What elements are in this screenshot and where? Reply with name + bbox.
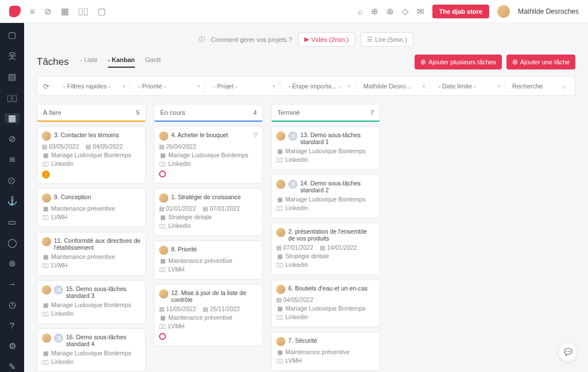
- search-icon[interactable]: ⌕: [358, 6, 363, 16]
- sidebar-briefcase-icon[interactable]: ⌷⌷: [5, 92, 20, 103]
- card-title: 15. Demo sous-tâches standard 3: [66, 285, 141, 299]
- task-card[interactable]: ⇶14. Demo sous-tâches standard 2▦ Mariag…: [271, 175, 380, 218]
- building-icon: ⌷⌷: [159, 266, 166, 273]
- search-input[interactable]: [512, 83, 558, 90]
- sidebar-arrow-icon[interactable]: →: [5, 279, 20, 289]
- task-card[interactable]: 9. Conception▦ Maintenance préventive⌷⌷ …: [37, 188, 146, 227]
- sidebar-clock-icon[interactable]: ◷: [5, 300, 20, 310]
- task-card[interactable]: ⇶16. Demo sous-tâches standard 4▦ Mariag…: [37, 328, 146, 372]
- sidebar-grid-icon[interactable]: ▦: [5, 113, 20, 123]
- grid-icon[interactable]: ▦: [61, 6, 69, 17]
- card-dates: ▤ 11/05/2022▤ 25/11/2022: [159, 305, 258, 312]
- refresh-icon[interactable]: ⟳: [43, 82, 49, 91]
- video-button[interactable]: ▶ Vidéo (2min.): [298, 32, 355, 46]
- card-title: 9. Conception: [54, 193, 141, 200]
- sidebar-cart-icon[interactable]: ⛒: [5, 175, 20, 185]
- task-card[interactable]: ⇶15. Demo sous-tâches standard 3▦ Mariag…: [37, 280, 146, 324]
- avatar[interactable]: [497, 5, 510, 18]
- tab-gantt[interactable]: Gantt: [145, 56, 161, 68]
- card-client: ⌷⌷ Linkedin: [42, 310, 141, 317]
- monitor-icon[interactable]: ▢: [98, 6, 106, 17]
- add-many-button[interactable]: Ajouter plusieurs tâches: [415, 55, 501, 69]
- grid-icon: ▦: [276, 305, 283, 312]
- task-card[interactable]: 2. présentation de l'ensemble de vos pro…: [271, 223, 380, 275]
- building-icon: ⌷⌷: [42, 262, 49, 269]
- app-logo[interactable]: [9, 6, 21, 17]
- building-icon: ⌷⌷: [276, 314, 283, 320]
- filter-project[interactable]: - Projet -▾: [208, 80, 280, 92]
- grid-icon: ▦: [159, 258, 166, 264]
- chat-fab[interactable]: 💬: [558, 342, 578, 362]
- filter-step[interactable]: - Étape importa... -▾: [284, 80, 355, 92]
- card-title: 14. Demo sous-tâches standard 2: [300, 180, 375, 193]
- menu-icon[interactable]: ≡: [30, 6, 35, 16]
- grid-icon: ▦: [276, 148, 283, 154]
- sidebar-calendar-icon[interactable]: ▤: [5, 72, 20, 82]
- head-actions: Ajouter plusieurs tâches Ajouter une tâc…: [415, 55, 575, 69]
- priority-badge: [159, 333, 166, 340]
- sidebar-target-icon[interactable]: ⊛: [5, 258, 20, 269]
- card-client: ⌷⌷ Linkedin: [276, 261, 375, 268]
- card-title: 2. présentation de l'ensemble de vos pro…: [288, 228, 375, 242]
- card-client: ⌷⌷ Linkedin: [276, 313, 375, 320]
- filter-user[interactable]: Mathilde Desro...▾: [359, 80, 431, 92]
- card-project: ▦ Mariage Ludovique Bontemps: [42, 350, 141, 356]
- grid-icon: ▦: [276, 253, 283, 259]
- add-icon[interactable]: ⊕: [371, 6, 378, 17]
- sidebar-chat-icon[interactable]: ◯: [5, 238, 20, 248]
- sidebar-check-icon[interactable]: ⊘: [5, 134, 20, 144]
- sidebar-anchor-icon[interactable]: ⚓: [5, 196, 20, 206]
- card-project: ▦ Stratégie diritale: [159, 214, 258, 220]
- task-card[interactable]: 12. Mise à jour de la liste de contrôle▤…: [154, 284, 263, 346]
- help-info-icon: ⓘ: [199, 35, 205, 44]
- sidebar-monitor-icon[interactable]: ▢: [5, 30, 20, 40]
- sidebar-people-icon[interactable]: 웃: [5, 51, 20, 61]
- sidebar: ▢ 웃 ▤ ⌷⌷ ▦ ⊘ ≋ ⛒ ⚓ ▭ ◯ ⊛ → ◷ ? ⚙ ✎: [0, 23, 24, 372]
- filter-priority[interactable]: - Priorité -▾: [134, 80, 206, 92]
- grid-icon: ▦: [159, 214, 166, 220]
- building-icon: ⌷⌷: [42, 214, 49, 220]
- task-card[interactable]: 3. Contacter les témoins▤ 03/05/2022▤ 04…: [37, 126, 146, 184]
- subtask-icon: ⇶: [288, 180, 297, 189]
- briefcase-icon[interactable]: ⌷⌷: [78, 6, 88, 16]
- assignee-avatar: [42, 131, 51, 141]
- bell-icon[interactable]: ◇: [402, 6, 409, 17]
- task-card[interactable]: 11. Conformité aux directives de l'établ…: [37, 232, 146, 276]
- task-card[interactable]: 6. Bouteils d'eau et un en-cas▤ 04/05/20…: [271, 280, 380, 327]
- mail-icon[interactable]: ✉: [417, 6, 424, 17]
- filter-deadline[interactable]: - Date limite - ▾: [434, 80, 505, 92]
- filter-quick[interactable]: - Filtres rapides -▾: [59, 80, 130, 92]
- sidebar-book-icon[interactable]: ▭: [5, 217, 20, 227]
- building-icon: ⌷⌷: [42, 161, 49, 167]
- task-card[interactable]: 4. Acheter le bouquet▽▤ 26/04/2022▦ Mari…: [154, 126, 263, 184]
- building-icon: ⌷⌷: [276, 262, 283, 268]
- building-icon: ⌷⌷: [42, 359, 49, 365]
- tab-list[interactable]: - Liste: [80, 56, 98, 68]
- card-project: ▦ Mariage Ludovique Bontemps: [276, 196, 375, 203]
- check-icon[interactable]: ⊘: [44, 6, 52, 17]
- globe-icon[interactable]: ⊛: [386, 6, 394, 17]
- task-card[interactable]: 1. Stratégie de croissance▤ 01/01/2022▤ …: [154, 188, 263, 236]
- sidebar-help-icon[interactable]: ?: [5, 320, 20, 331]
- card-project: ▦ Stratégie diritale: [276, 253, 375, 259]
- task-card[interactable]: 8. Priorité▦ Maintenance préventive⌷⌷ LV…: [154, 241, 263, 280]
- help-question: Comment gérer vos projets ?: [211, 36, 292, 43]
- card-title: 12. Mise à jour de la liste de contrôle: [171, 289, 258, 303]
- read-button[interactable]: ☰ Lire (5min.): [361, 32, 413, 46]
- store-button[interactable]: The djab store: [432, 5, 489, 18]
- task-card[interactable]: 7. Sécurité▦ Maintenance préventive⌷⌷ LV…: [271, 332, 380, 371]
- sidebar-gear-icon[interactable]: ⚙: [5, 341, 20, 351]
- calendar-icon: ▤: [159, 206, 164, 212]
- card-client: ⌷⌷ LVMH: [159, 266, 258, 273]
- sidebar-layers-icon[interactable]: ≋: [5, 154, 20, 165]
- task-card[interactable]: ⇶13. Demo sous-tâches standard 1▦ Mariag…: [271, 126, 380, 170]
- card-dates: ▤ 26/04/2022: [159, 143, 258, 150]
- search-icon[interactable]: ⌕: [562, 82, 566, 90]
- assignee-avatar: [276, 285, 285, 294]
- tab-kanban[interactable]: - Kanban: [108, 56, 135, 68]
- sidebar-edit-icon[interactable]: ✎: [5, 362, 20, 372]
- card-project: ▦ Mariage Ludovique Bontemps: [42, 301, 141, 308]
- add-one-button[interactable]: Ajouter une tâche: [506, 55, 575, 69]
- search-box: ⌕: [509, 81, 569, 91]
- card-title: 11. Conformité aux directives de l'établ…: [54, 237, 141, 251]
